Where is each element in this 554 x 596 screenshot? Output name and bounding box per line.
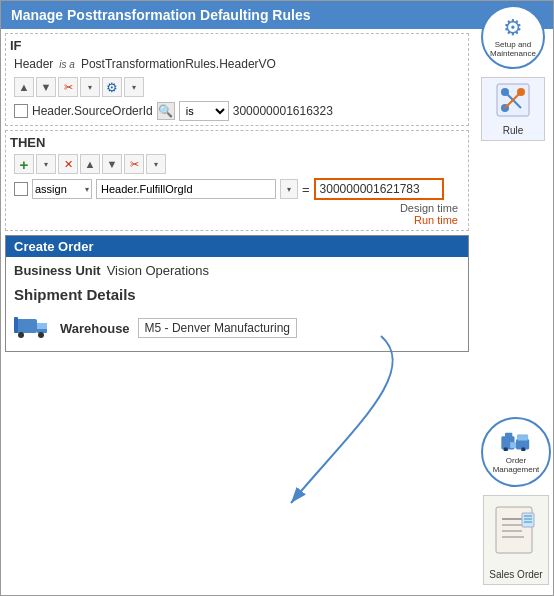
add-button[interactable]: + [14,154,34,174]
then-move-down-button[interactable]: ▼ [102,154,122,174]
header-condition-row: Header is a PostTransformationRules.Head… [14,57,464,71]
warehouse-value: M5 - Denver Manufacturing [138,318,297,338]
operator-select[interactable]: is is not [179,101,229,121]
then-scissors-button[interactable]: ✂ [124,154,144,174]
svg-point-10 [38,332,44,338]
svg-rect-18 [517,435,527,441]
order-management-label: OrderManagement [493,457,540,475]
svg-point-9 [18,332,24,338]
fulfill-org-field[interactable]: Header.FulfillOrgId [96,179,276,199]
then-toolbar: + ▾ ✕ ▲ ▼ ✂ ▾ [14,154,464,174]
assign-row: assign ▾ Header.FulfillOrgId ▾ = [14,178,464,200]
then-scissors-dropdown-button[interactable]: ▾ [146,154,166,174]
time-labels: Design time Run time [10,202,458,226]
business-unit-label: Business Unit [14,263,101,278]
is-a-label: is a [59,59,75,70]
header-label: Header [14,57,53,71]
rule-icon [495,82,531,125]
sales-order-icon [494,505,538,567]
warehouse-row: Warehouse M5 - Denver Manufacturing [60,318,297,338]
condition-row: Header.SourceOrderId 🔍 is is not 3000000… [14,101,464,121]
sidebar: ⚙ Setup and Maintenance Rule [473,1,553,141]
setup-maintenance-label: Setup and Maintenance [483,41,543,59]
create-order-header: Create Order [6,236,468,257]
business-unit-row: Business Unit Vision Operations [14,263,460,278]
then-move-up-button[interactable]: ▲ [80,154,100,174]
assign-checkbox[interactable] [14,182,28,196]
move-down-button[interactable]: ▼ [36,77,56,97]
design-time-label: Design time [400,202,458,214]
condition-checkbox[interactable] [14,104,28,118]
create-order-body: Business Unit Vision Operations Shipment… [6,257,468,351]
value-input[interactable] [314,178,444,200]
sales-order-label: Sales Order [489,569,542,580]
warehouse-label: Warehouse [60,321,130,336]
gear-button[interactable]: ⚙ [102,77,122,97]
fulfill-org-label: Header.FulfillOrgId [101,183,193,195]
assign-dropdown[interactable]: assign ▾ [32,179,92,199]
svg-rect-15 [510,443,516,449]
if-toolbar: ▲ ▼ ✂ ▾ ⚙ ▾ [14,77,464,97]
equals-sign: = [302,182,310,197]
condition-value: PostTransformationRules.HeaderVO [81,57,276,71]
order-mgmt-icon [501,429,531,457]
then-label: THEN [10,135,464,150]
condition-field: Header.SourceOrderId [32,104,153,118]
svg-rect-6 [15,319,37,333]
gear-icon: ⚙ [503,15,523,41]
move-up-button[interactable]: ▲ [14,77,34,97]
truck-icon [14,311,50,345]
then-cut-button[interactable]: ✕ [58,154,78,174]
page-title: Manage Posttransformation Defaulting Rul… [1,1,553,29]
cut-dropdown-button[interactable]: ▾ [80,77,100,97]
svg-rect-11 [14,317,18,333]
rule-label: Rule [503,125,524,136]
rule-button[interactable]: Rule [481,77,545,141]
add-dropdown-button[interactable]: ▾ [36,154,56,174]
svg-rect-25 [522,513,534,527]
main-container: Manage Posttransformation Defaulting Rul… [0,0,554,596]
setup-maintenance-button[interactable]: ⚙ Setup and Maintenance [481,5,545,69]
content-area: IF Header is a PostTransformationRules.H… [1,33,473,352]
if-label: IF [10,38,464,53]
svg-marker-8 [37,323,47,329]
search-button[interactable]: 🔍 [157,102,175,120]
shipment-details-title: Shipment Details [14,286,460,303]
then-section: THEN + ▾ ✕ ▲ ▼ ✂ ▾ assign ▾ Header.Fulfi… [5,130,469,231]
condition-operand: 300000001616323 [233,104,333,118]
assign-label: assign [35,183,67,195]
if-section: IF Header is a PostTransformationRules.H… [5,33,469,126]
business-unit-value: Vision Operations [107,263,209,278]
sales-order-button[interactable]: Sales Order [483,495,549,585]
create-order-section: Create Order Business Unit Vision Operat… [5,235,469,352]
shipment-row: Warehouse M5 - Denver Manufacturing [14,311,460,345]
order-management-button[interactable]: OrderManagement [481,417,551,487]
cut-button[interactable]: ✂ [58,77,78,97]
run-time-label: Run time [414,214,458,226]
gear-dropdown-button[interactable]: ▾ [124,77,144,97]
field-dropdown-button[interactable]: ▾ [280,179,298,199]
assign-dropdown-arrow: ▾ [85,185,89,194]
svg-rect-13 [505,433,512,439]
